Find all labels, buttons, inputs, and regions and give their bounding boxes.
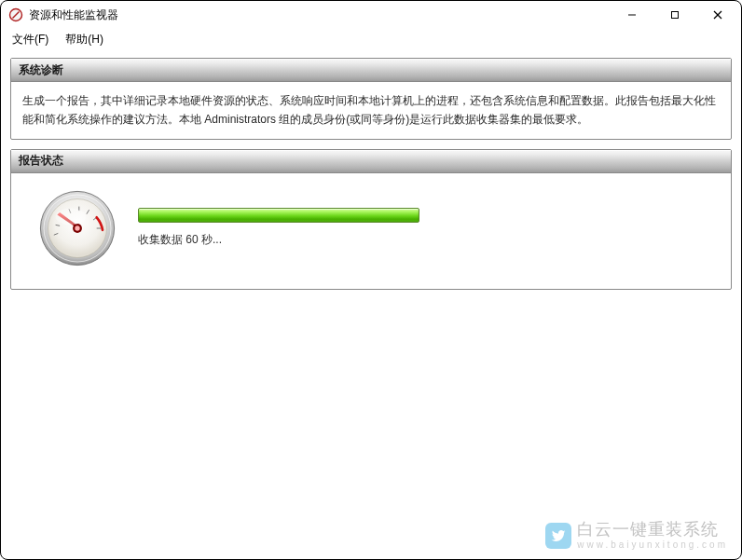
panel-title-status: 报告状态 xyxy=(19,153,63,169)
diagnostics-description: 生成一个报告，其中详细记录本地硬件资源的状态、系统响应时间和本地计算机上的进程，… xyxy=(22,94,716,126)
window-controls xyxy=(611,1,739,29)
svg-point-20 xyxy=(56,208,86,225)
app-window: 资源和性能监视器 文件(F) 帮助(H) xyxy=(0,0,742,560)
panel-body-diagnostics: 生成一个报告，其中详细记录本地硬件资源的状态、系统响应时间和本地计算机上的进程，… xyxy=(11,82,731,139)
watermark-text: 白云一键重装系统 www.baiyunxitong.com xyxy=(577,521,728,550)
menu-help[interactable]: 帮助(H) xyxy=(60,30,109,49)
titlebar: 资源和性能监视器 xyxy=(1,1,741,29)
watermark: 白云一键重装系统 www.baiyunxitong.com xyxy=(545,521,728,550)
window-title: 资源和性能监视器 xyxy=(29,7,118,23)
content-area: 系统诊断 生成一个报告，其中详细记录本地硬件资源的状态、系统响应时间和本地计算机… xyxy=(1,50,741,559)
panel-system-diagnostics: 系统诊断 生成一个报告，其中详细记录本地硬件资源的状态、系统响应时间和本地计算机… xyxy=(10,58,732,140)
minimize-button[interactable] xyxy=(611,1,653,29)
app-icon xyxy=(8,7,23,22)
watermark-badge-icon xyxy=(545,523,571,549)
panel-header-diagnostics: 系统诊断 xyxy=(11,59,731,82)
panel-body-status: 收集数据 60 秒... xyxy=(11,173,731,289)
close-icon xyxy=(713,10,722,20)
progress-bar xyxy=(138,208,419,223)
svg-point-19 xyxy=(75,225,79,230)
status-text: 收集数据 60 秒... xyxy=(138,230,714,249)
panel-header-status: 报告状态 xyxy=(11,150,731,173)
menu-file[interactable]: 文件(F) xyxy=(7,30,54,49)
menubar: 文件(F) 帮助(H) xyxy=(1,29,741,50)
maximize-icon xyxy=(670,10,680,20)
watermark-url: www.baiyunxitong.com xyxy=(577,540,728,550)
watermark-main: 白云一键重装系统 xyxy=(577,521,728,540)
panel-title-diagnostics: 系统诊断 xyxy=(19,62,63,78)
svg-rect-3 xyxy=(672,12,679,19)
maximize-button[interactable] xyxy=(653,1,696,29)
gauge-icon xyxy=(35,186,119,270)
close-button[interactable] xyxy=(696,1,739,29)
status-info: 收集数据 60 秒... xyxy=(138,208,714,249)
minimize-icon xyxy=(627,10,637,20)
panel-report-status: 报告状态 xyxy=(10,149,732,290)
